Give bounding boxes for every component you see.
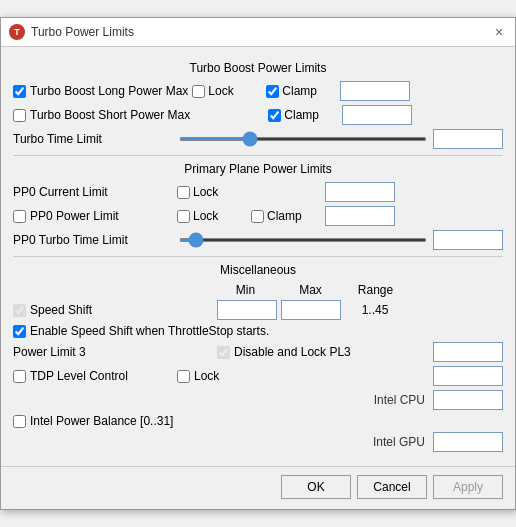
turbo-time-value[interactable]: 28 — [433, 129, 503, 149]
turbo-short-power-label: Turbo Boost Short Power Max — [30, 108, 190, 122]
power-limit3-value[interactable]: 80000000 — [433, 342, 503, 362]
speed-shift-checkbox[interactable] — [13, 304, 26, 317]
intel-power-balance-checkbox[interactable] — [13, 415, 26, 428]
speed-shift-min[interactable]: 1 — [217, 300, 277, 320]
misc-header: Miscellaneous — [13, 263, 503, 277]
disable-lock-pl3-checkbox[interactable] — [217, 346, 230, 359]
intel-cpu-row: Intel CPU 16 — [13, 390, 503, 410]
pp0-lock-checkbox-1[interactable] — [177, 186, 190, 199]
tdp-lock-group: Lock — [177, 369, 257, 383]
clamp-checkbox-2[interactable] — [268, 109, 281, 122]
tdp-label-group: TDP Level Control — [13, 369, 173, 383]
intel-power-balance-label: Intel Power Balance [0..31] — [30, 414, 173, 428]
content-area: Turbo Boost Power Limits Turbo Boost Lon… — [1, 47, 515, 466]
apply-button[interactable]: Apply — [433, 475, 503, 499]
divider-2 — [13, 256, 503, 257]
footer: OK Cancel Apply — [1, 466, 515, 509]
speed-shift-range: 1..45 — [345, 303, 405, 317]
turbo-short-value[interactable]: 100 — [342, 105, 412, 125]
enable-speed-shift-row: Enable Speed Shift when ThrottleStop sta… — [13, 324, 503, 338]
pp0-lock-group-2: Lock — [177, 209, 247, 223]
lock-checkbox-1[interactable] — [192, 85, 205, 98]
divider-1 — [13, 155, 503, 156]
clamp-checkbox-1[interactable] — [266, 85, 279, 98]
title-bar: T Turbo Power Limits × — [1, 18, 515, 47]
pp0-clamp-checkbox[interactable] — [251, 210, 264, 223]
tdp-lock-checkbox[interactable] — [177, 370, 190, 383]
tdp-value[interactable]: 0 — [433, 366, 503, 386]
speed-shift-max[interactable]: 45 — [281, 300, 341, 320]
col-max-label: Max — [278, 283, 343, 297]
pp0-current-value[interactable]: 100 — [325, 182, 395, 202]
power-limit3-label: Power Limit 3 — [13, 345, 213, 359]
misc-col-headers: Min Max Range — [13, 283, 503, 297]
turbo-long-power-checkbox[interactable] — [13, 85, 26, 98]
pp0-power-checkbox[interactable] — [13, 210, 26, 223]
title-bar-left: T Turbo Power Limits — [9, 24, 134, 40]
pp0-current-label-group: PP0 Current Limit — [13, 185, 173, 199]
tdp-level-label: TDP Level Control — [30, 369, 128, 383]
speed-shift-label-group: Speed Shift — [13, 303, 213, 317]
turbo-long-power-label: Turbo Boost Long Power Max — [30, 84, 188, 98]
pp0-clamp-group: Clamp — [251, 209, 321, 223]
disable-lock-pl3-label: Disable and Lock PL3 — [234, 345, 351, 359]
tdp-lock-label: Lock — [194, 369, 219, 383]
ok-button[interactable]: OK — [281, 475, 351, 499]
pp0-lock-checkbox-2[interactable] — [177, 210, 190, 223]
clamp-group-2: Clamp — [268, 108, 338, 122]
intel-gpu-label: Intel GPU — [373, 435, 425, 449]
intel-power-balance-row: Intel Power Balance [0..31] — [13, 414, 503, 428]
turbo-short-power-row: Turbo Boost Short Power Max Lock Clamp 1… — [13, 105, 503, 125]
clamp-group-1: Clamp — [266, 84, 336, 98]
turbo-long-power-row: Turbo Boost Long Power Max Lock Clamp 10… — [13, 81, 503, 101]
cancel-button[interactable]: Cancel — [357, 475, 427, 499]
col-min-label: Min — [213, 283, 278, 297]
window-title: Turbo Power Limits — [31, 25, 134, 39]
pp0-turbo-label: PP0 Turbo Time Limit — [13, 233, 173, 247]
app-icon: T — [9, 24, 25, 40]
turbo-long-value[interactable]: 100 — [340, 81, 410, 101]
turbo-boost-header: Turbo Boost Power Limits — [13, 61, 503, 75]
turbo-time-slider[interactable] — [179, 137, 427, 141]
enable-speed-shift-checkbox[interactable] — [13, 325, 26, 338]
pp0-power-label: PP0 Power Limit — [30, 209, 119, 223]
pp0-current-row: PP0 Current Limit Lock Clamp 100 — [13, 182, 503, 202]
turbo-time-label: Turbo Time Limit — [13, 132, 173, 146]
pp0-clamp-label: Clamp — [267, 209, 302, 223]
pp0-power-label-group: PP0 Power Limit — [13, 209, 173, 223]
tdp-level-row: TDP Level Control Lock 0 — [13, 366, 503, 386]
pp0-turbo-row: PP0 Turbo Time Limit 0.0010 — [13, 230, 503, 250]
turbo-long-label-group: Turbo Boost Long Power Max — [13, 84, 188, 98]
pp0-lock-label-1: Lock — [193, 185, 218, 199]
speed-shift-label: Speed Shift — [30, 303, 92, 317]
pp0-turbo-value[interactable]: 0.0010 — [433, 230, 503, 250]
disable-lock-pl3-group: Disable and Lock PL3 — [217, 345, 351, 359]
turbo-short-label-group: Turbo Boost Short Power Max — [13, 108, 190, 122]
speed-shift-row: Speed Shift 1 45 1..45 — [13, 300, 503, 320]
intel-gpu-row: Intel GPU 16 — [13, 432, 503, 452]
pp0-current-label: PP0 Current Limit — [13, 185, 108, 199]
intel-gpu-value[interactable]: 16 — [433, 432, 503, 452]
enable-speed-shift-label: Enable Speed Shift when ThrottleStop sta… — [30, 324, 269, 338]
primary-plane-header: Primary Plane Power Limits — [13, 162, 503, 176]
pp0-lock-label-2: Lock — [193, 209, 218, 223]
pp0-turbo-slider[interactable] — [179, 238, 427, 242]
intel-cpu-label: Intel CPU — [374, 393, 425, 407]
clamp-label-2: Clamp — [284, 108, 319, 122]
clamp-label-1: Clamp — [282, 84, 317, 98]
lock-group-1: Lock — [192, 84, 262, 98]
turbo-short-power-checkbox[interactable] — [13, 109, 26, 122]
pp0-lock-group-1: Lock — [177, 185, 247, 199]
pp0-power-value[interactable]: 0 — [325, 206, 395, 226]
intel-cpu-value[interactable]: 16 — [433, 390, 503, 410]
turbo-time-row: Turbo Time Limit 28 — [13, 129, 503, 149]
intel-power-balance-group: Intel Power Balance [0..31] — [13, 414, 173, 428]
lock-label-1: Lock — [208, 84, 233, 98]
col-range-label: Range — [343, 283, 408, 297]
tdp-level-checkbox[interactable] — [13, 370, 26, 383]
main-window: T Turbo Power Limits × Turbo Boost Power… — [0, 17, 516, 510]
power-limit3-row: Power Limit 3 Disable and Lock PL3 80000… — [13, 342, 503, 362]
close-button[interactable]: × — [491, 24, 507, 40]
pp0-power-row: PP0 Power Limit Lock Clamp 0 — [13, 206, 503, 226]
